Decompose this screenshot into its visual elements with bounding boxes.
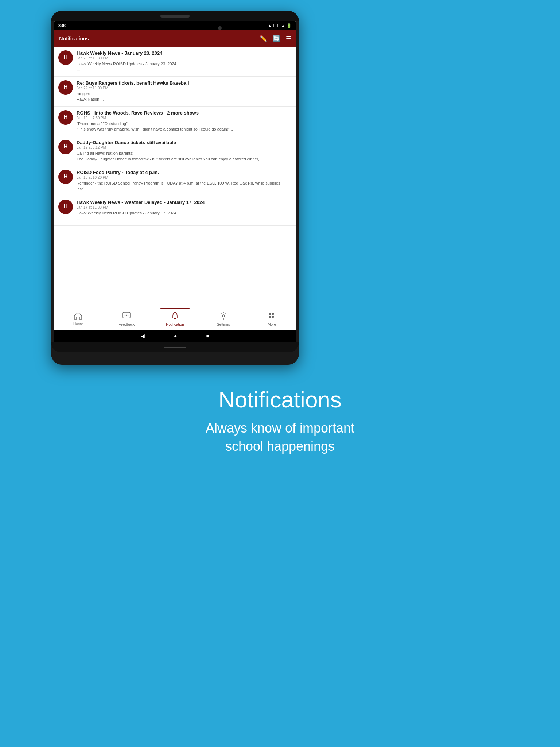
tab-feedback[interactable]: Feedback (102, 308, 151, 330)
android-nav-bar: ◀ ● ■ (54, 330, 296, 342)
notification-item[interactable]: H Hawk Weekly News - Weather Delayed - J… (54, 196, 296, 226)
avatar: H (58, 80, 73, 95)
tablet-bottom-bar-indicator (164, 347, 186, 348)
svg-text:H: H (63, 113, 68, 120)
signal-bars: ▲ (281, 23, 285, 28)
notification-content: ROISD Food Pantry - Today at 4 p.m. Jan … (77, 170, 292, 192)
notification-time: Jan 19 at 7:30 PM (77, 116, 292, 120)
notification-body: rangersHawk Nation,... (77, 91, 292, 102)
notification-icon (171, 312, 179, 322)
below-subtitle: Always know of importantschool happening… (0, 419, 560, 456)
notification-content: Hawk Weekly News - January 23, 2024 Jan … (77, 50, 292, 73)
svg-text:H: H (63, 173, 68, 179)
svg-point-17 (222, 315, 225, 317)
notification-title: ROISD Food Pantry - Today at 4 p.m. (77, 170, 292, 175)
tablet-bottom-bar (51, 342, 299, 352)
more-icon (268, 312, 276, 322)
svg-rect-21 (269, 316, 271, 318)
tablet-top-bar (51, 11, 299, 21)
svg-text:H: H (63, 54, 68, 60)
notification-time: Jan 23 at 11:30 PM (77, 56, 292, 60)
bottom-tab-bar: Home Feedback (54, 308, 296, 330)
notification-item[interactable]: H Re: Buys Rangers tickets, benefit Hawk… (54, 77, 296, 107)
wifi-icon: ▲ (268, 23, 272, 28)
tab-notification-label: Notification (166, 322, 184, 326)
notification-content: ROHS - Into the Woods, Rave Reviews - 2 … (77, 110, 292, 132)
status-time: 8:00 (58, 23, 66, 28)
svg-text:H: H (63, 83, 68, 90)
notification-time: Jan 18 at 10:20 PM (77, 175, 292, 179)
notification-item[interactable]: H ROISD Food Pantry - Today at 4 p.m. Ja… (54, 166, 296, 196)
avatar: H (58, 140, 73, 154)
notification-body: "Phenomenal" "Outstanding""This show was… (77, 121, 292, 132)
notification-title: Hawk Weekly News - January 23, 2024 (77, 50, 292, 56)
settings-icon (219, 312, 228, 322)
status-bar: 8:00 ▲ LTE ▲ 🔋 (54, 21, 296, 30)
notification-item[interactable]: H ROHS - Into the Woods, Rave Reviews - … (54, 107, 296, 136)
home-button[interactable]: ● (174, 333, 177, 339)
edit-icon[interactable]: ✏️ (260, 35, 267, 42)
battery-icon: 🔋 (287, 23, 292, 28)
notification-title: Hawk Weekly News - Weather Delayed - Jan… (77, 200, 292, 205)
below-tablet-section: Notifications Always know of importantsc… (0, 387, 560, 456)
menu-icon[interactable]: ☰ (286, 35, 291, 42)
notification-content: Daddy-Daughter Dance tickets still avail… (77, 140, 292, 162)
svg-rect-18 (269, 313, 271, 315)
notification-list: H Hawk Weekly News - January 23, 2024 Ja… (54, 47, 296, 308)
notification-item[interactable]: H Daddy-Daughter Dance tickets still ava… (54, 136, 296, 166)
status-icons: ▲ LTE ▲ 🔋 (268, 23, 292, 28)
tablet-camera (218, 26, 222, 30)
svg-point-14 (126, 314, 127, 315)
svg-text:H: H (63, 143, 68, 150)
app-header-title: Notifications (59, 35, 89, 42)
signal-icon: LTE (273, 24, 280, 28)
notification-body: Hawk Weekly News ROISD Updates - January… (77, 61, 292, 73)
tab-settings[interactable]: Settings (199, 308, 248, 330)
avatar: H (58, 110, 73, 125)
svg-text:H: H (63, 203, 68, 209)
tab-more[interactable]: More (248, 308, 296, 330)
tab-notification[interactable]: Notification (151, 308, 199, 330)
tablet-screen: 8:00 ▲ LTE ▲ 🔋 Notifications ✏️ 🔄 ☰ (54, 21, 296, 342)
svg-point-13 (125, 314, 125, 315)
notification-body: Calling all Hawk Nation parents:The Dadd… (77, 151, 292, 162)
back-button[interactable]: ◀ (141, 333, 145, 339)
feedback-icon (122, 312, 131, 322)
tablet-device: 8:00 ▲ LTE ▲ 🔋 Notifications ✏️ 🔄 ☰ (51, 11, 299, 365)
tab-more-label: More (268, 322, 276, 326)
avatar: H (58, 200, 73, 214)
notification-item[interactable]: H Hawk Weekly News - January 23, 2024 Ja… (54, 47, 296, 77)
home-icon (74, 312, 82, 321)
avatar: H (58, 50, 73, 65)
tab-feedback-label: Feedback (118, 322, 135, 326)
notification-time: Jan 22 at 11:00 PM (77, 86, 292, 90)
notification-time: Jan 19 at 5:12 PM (77, 146, 292, 150)
notification-title: Re: Buys Rangers tickets, benefit Hawks … (77, 80, 292, 86)
notification-content: Re: Buys Rangers tickets, benefit Hawks … (77, 80, 292, 102)
tab-settings-label: Settings (217, 322, 230, 326)
avatar: H (58, 170, 73, 184)
notification-body: Reminder - the ROISD School Pantry Progr… (77, 181, 292, 192)
notification-title: ROHS - Into the Woods, Rave Reviews - 2 … (77, 110, 292, 116)
below-title: Notifications (0, 387, 560, 413)
notification-content: Hawk Weekly News - Weather Delayed - Jan… (77, 200, 292, 222)
tablet-speaker (160, 15, 190, 18)
notification-body: Hawk Weekly News ROISD Updates - January… (77, 210, 292, 222)
header-icons: ✏️ 🔄 ☰ (260, 35, 291, 42)
tab-home[interactable]: Home (54, 308, 102, 330)
refresh-icon[interactable]: 🔄 (273, 35, 280, 42)
app-header: Notifications ✏️ 🔄 ☰ (54, 30, 296, 47)
svg-point-15 (128, 314, 128, 315)
notification-title: Daddy-Daughter Dance tickets still avail… (77, 140, 292, 145)
svg-rect-22 (272, 316, 274, 318)
svg-rect-19 (272, 313, 274, 315)
svg-rect-23 (275, 316, 275, 318)
notification-time: Jan 17 at 11:33 PM (77, 205, 292, 209)
svg-rect-20 (275, 313, 275, 315)
tab-home-label: Home (73, 322, 83, 326)
recents-button[interactable]: ■ (206, 333, 209, 339)
